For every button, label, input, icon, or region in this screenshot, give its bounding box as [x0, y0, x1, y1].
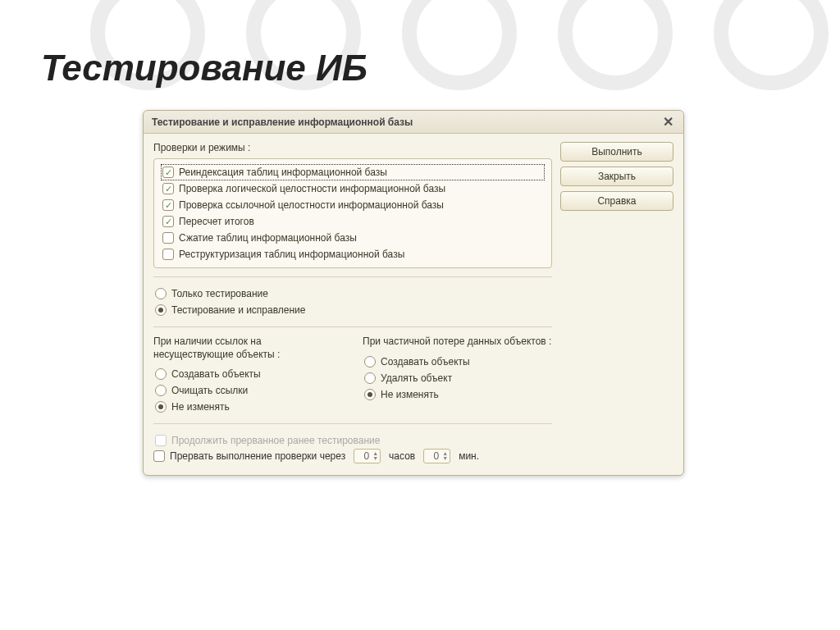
- close-icon[interactable]: ✕: [660, 114, 677, 130]
- continue-previous-test: Продолжить прерванное ранее тестирование: [153, 432, 552, 449]
- checks-group: ✓ Реиндексация таблиц информационной баз…: [153, 158, 552, 268]
- radio-label: Создавать объекты: [171, 368, 261, 380]
- check-referential-integrity[interactable]: ✓ Проверка ссылочной целостности информа…: [161, 197, 545, 213]
- checkbox-icon[interactable]: [153, 450, 165, 462]
- radio-icon: [364, 356, 376, 368]
- checkbox-icon: [162, 232, 174, 244]
- check-recalc-totals[interactable]: ✓ Пересчет итогов: [161, 213, 545, 230]
- mode-test-only[interactable]: Только тестирование: [153, 285, 552, 302]
- divider: [153, 276, 552, 277]
- interrupt-row: Прервать выполнение проверки через 0 ▲▼ …: [153, 449, 552, 463]
- radio-label: Создавать объекты: [381, 356, 470, 368]
- checkbox-icon: ✓: [162, 167, 174, 178]
- dialog-titlebar: Тестирование и исправление информационно…: [144, 111, 683, 134]
- chevron-updown-icon: ▲▼: [442, 451, 448, 461]
- missing-refs-keep[interactable]: Не изменять: [153, 399, 343, 415]
- checkbox-icon: ✓: [162, 199, 174, 211]
- radio-icon: [155, 385, 167, 396]
- check-logical-integrity[interactable]: ✓ Проверка логической целостности информ…: [161, 180, 545, 197]
- check-label: Реструктуризация таблиц информационной б…: [179, 249, 404, 260]
- radio-icon: [155, 368, 167, 380]
- help-button[interactable]: Справка: [560, 191, 673, 211]
- checkbox-icon: [162, 249, 174, 260]
- divider: [153, 326, 552, 327]
- partial-loss-label: При частичной потере данных объектов :: [363, 336, 552, 349]
- radio-label: Не изменять: [171, 401, 230, 413]
- mins-stepper[interactable]: 0 ▲▼: [423, 449, 450, 463]
- radio-label: Не изменять: [381, 389, 439, 400]
- close-button[interactable]: Закрыть: [560, 167, 673, 186]
- check-restructure-tables[interactable]: Реструктуризация таблиц информационной б…: [161, 246, 545, 262]
- check-label: Проверка ссылочной целостности информаци…: [179, 199, 444, 211]
- missing-refs-clear[interactable]: Очищать ссылки: [153, 382, 343, 399]
- partial-loss-delete[interactable]: Удалять объект: [363, 370, 552, 386]
- check-label: Пересчет итогов: [179, 216, 254, 227]
- mode-test-and-fix[interactable]: Тестирование и исправление: [153, 302, 552, 318]
- radio-icon: [155, 304, 167, 316]
- dialog-testing-repair: Тестирование и исправление информационно…: [143, 110, 684, 476]
- execute-button[interactable]: Выполнить: [560, 142, 673, 162]
- checkbox-icon: ✓: [162, 183, 174, 194]
- check-label: Продолжить прерванное ранее тестирование: [171, 435, 380, 446]
- hours-stepper[interactable]: 0 ▲▼: [354, 449, 381, 463]
- missing-refs-create[interactable]: Создавать объекты: [153, 366, 343, 382]
- radio-label: Очищать ссылки: [171, 385, 248, 396]
- chevron-updown-icon: ▲▼: [372, 451, 378, 461]
- checks-label: Проверки и режимы :: [153, 142, 552, 153]
- check-reindex[interactable]: ✓ Реиндексация таблиц информационной баз…: [161, 164, 545, 180]
- radio-icon: [155, 401, 167, 413]
- checkbox-icon: ✓: [162, 216, 174, 227]
- interrupt-label: Прервать выполнение проверки через: [170, 450, 345, 462]
- radio-label: Тестирование и исправление: [171, 304, 306, 316]
- radio-icon: [155, 288, 167, 299]
- radio-icon: [364, 389, 376, 400]
- hours-unit: часов: [389, 450, 415, 462]
- dialog-title: Тестирование и исправление информационно…: [152, 116, 413, 128]
- mins-unit: мин.: [459, 450, 479, 462]
- check-label: Проверка логической целостности информац…: [179, 183, 445, 194]
- partial-loss-keep[interactable]: Не изменять: [363, 386, 552, 403]
- radio-icon: [364, 372, 376, 384]
- check-label: Сжатие таблиц информационной базы: [179, 232, 357, 244]
- radio-label: Только тестирование: [171, 288, 268, 299]
- slide-title: Тестирование ИБ: [41, 48, 368, 89]
- checkbox-icon: [155, 435, 167, 446]
- check-label: Реиндексация таблиц информационной базы: [179, 167, 387, 178]
- divider: [153, 423, 552, 424]
- missing-refs-label: При наличии ссылок на несуществующие объ…: [153, 336, 343, 361]
- partial-loss-create[interactable]: Создавать объекты: [363, 354, 552, 370]
- radio-label: Удалять объект: [381, 372, 452, 384]
- check-compress-tables[interactable]: Сжатие таблиц информационной базы: [161, 230, 545, 246]
